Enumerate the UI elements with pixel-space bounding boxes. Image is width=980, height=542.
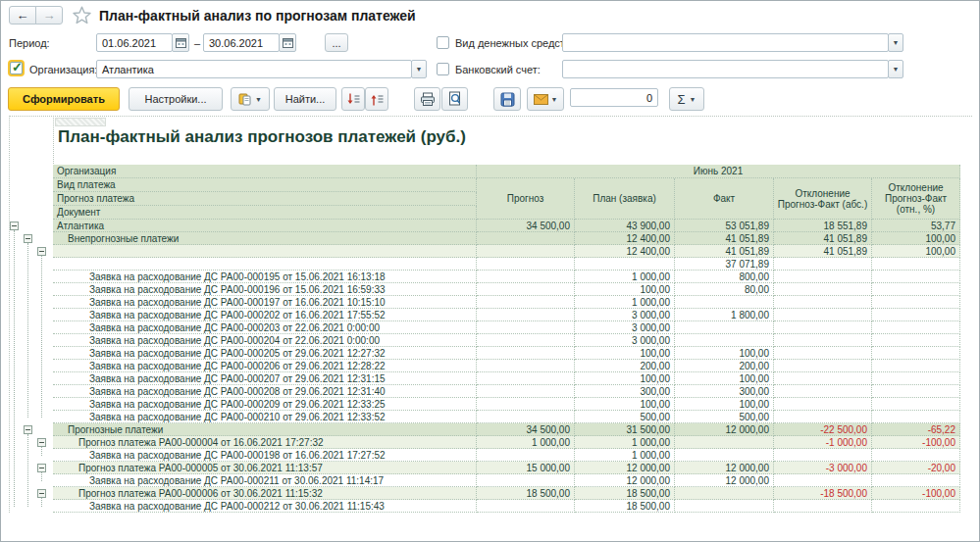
tree-collapse-toggle[interactable] xyxy=(24,234,32,243)
value-cell[interactable] xyxy=(477,347,575,360)
row-label-cell[interactable]: Заявка на расходование ДС РА00-000206 от… xyxy=(53,360,477,372)
value-cell[interactable]: 12 000,00 xyxy=(575,462,675,474)
value-cell[interactable]: -65,22 xyxy=(872,423,960,436)
value-cell[interactable]: 12 400,00 xyxy=(575,245,675,258)
value-cell[interactable] xyxy=(872,449,960,462)
row-label-cell[interactable]: Заявка на расходование ДС РА00-000205 от… xyxy=(53,347,477,360)
value-cell[interactable] xyxy=(774,283,872,296)
value-cell[interactable] xyxy=(774,271,872,283)
value-cell[interactable] xyxy=(477,398,575,411)
value-cell[interactable] xyxy=(675,436,774,449)
tree-collapse-toggle[interactable] xyxy=(37,438,46,447)
value-cell[interactable] xyxy=(477,321,575,334)
header-row-label[interactable]: Прогноз платежа xyxy=(53,192,477,206)
value-cell[interactable] xyxy=(675,449,774,462)
value-cell[interactable]: 100,00 xyxy=(575,398,675,411)
value-cell[interactable] xyxy=(477,334,575,347)
row-label-cell[interactable]: Заявка на расходование ДС РА00-000198 от… xyxy=(53,449,477,462)
value-cell[interactable]: 80,00 xyxy=(675,283,774,296)
row-label-cell[interactable]: Заявка на расходование ДС РА00-000204 от… xyxy=(53,334,477,347)
value-cell[interactable]: 18 500,00 xyxy=(575,500,675,513)
value-cell[interactable]: 34 500,00 xyxy=(477,423,575,436)
value-cell[interactable] xyxy=(774,360,872,372)
value-cell[interactable]: 300,00 xyxy=(575,385,675,398)
value-cell[interactable]: 41 051,89 xyxy=(774,245,872,258)
value-cell[interactable] xyxy=(675,321,774,334)
row-label-cell[interactable]: Заявка на расходование ДС РА00-000195 от… xyxy=(53,271,477,283)
value-cell[interactable] xyxy=(477,411,575,423)
row-label-cell[interactable]: Заявка на расходование ДС РА00-000203 от… xyxy=(53,321,477,334)
value-cell[interactable] xyxy=(675,487,774,500)
value-cell[interactable] xyxy=(774,411,872,423)
value-cell[interactable] xyxy=(774,398,872,411)
value-cell[interactable]: 12 000,00 xyxy=(675,462,774,474)
row-label-cell[interactable]: Заявка на расходование ДС РА00-000209 от… xyxy=(53,398,477,411)
row-label-cell[interactable]: Внепрогнозные платежи xyxy=(53,232,477,245)
value-cell[interactable]: 300,00 xyxy=(675,385,774,398)
value-cell[interactable] xyxy=(774,449,872,462)
value-cell[interactable]: 31 500,00 xyxy=(575,423,675,436)
column-header[interactable]: Факт xyxy=(675,178,774,220)
value-cell[interactable]: 12 000,00 xyxy=(575,474,675,487)
value-cell[interactable]: 200,00 xyxy=(675,360,774,372)
value-cell[interactable]: 100,00 xyxy=(872,245,960,258)
value-cell[interactable] xyxy=(477,500,575,513)
value-cell[interactable] xyxy=(477,449,575,462)
value-cell[interactable] xyxy=(477,258,575,271)
value-cell[interactable]: 18 551,89 xyxy=(774,220,872,232)
tree-collapse-toggle[interactable] xyxy=(10,222,19,230)
row-label-cell[interactable]: Прогноз платежа РА00-000004 от 16.06.202… xyxy=(53,436,477,449)
value-cell[interactable] xyxy=(774,296,872,309)
value-cell[interactable]: 500,00 xyxy=(675,411,774,423)
value-cell[interactable]: 41 051,89 xyxy=(675,245,774,258)
value-cell[interactable] xyxy=(872,296,960,309)
value-cell[interactable] xyxy=(477,283,575,296)
value-cell[interactable]: 500,00 xyxy=(575,411,675,423)
value-cell[interactable]: 18 500,00 xyxy=(477,487,575,500)
value-cell[interactable] xyxy=(774,347,872,360)
value-cell[interactable] xyxy=(477,474,575,487)
value-cell[interactable] xyxy=(774,334,872,347)
row-label-cell[interactable]: Заявка на расходование ДС РА00-000210 от… xyxy=(53,411,477,423)
value-cell[interactable]: 37 071,89 xyxy=(675,258,774,271)
value-cell[interactable] xyxy=(774,474,872,487)
value-cell[interactable]: 3 000,00 xyxy=(575,334,675,347)
value-cell[interactable]: 800,00 xyxy=(675,271,774,283)
row-label-cell[interactable]: Заявка на расходование ДС РА00-000212 от… xyxy=(53,500,477,513)
value-cell[interactable]: 100,00 xyxy=(575,372,675,385)
value-cell[interactable]: 3 000,00 xyxy=(575,309,675,321)
value-cell[interactable]: 1 000,00 xyxy=(575,271,675,283)
value-cell[interactable] xyxy=(774,321,872,334)
value-cell[interactable] xyxy=(575,258,675,271)
value-cell[interactable] xyxy=(477,309,575,321)
value-cell[interactable]: 1 000,00 xyxy=(575,436,675,449)
value-cell[interactable] xyxy=(872,398,960,411)
value-cell[interactable] xyxy=(872,321,960,334)
value-cell[interactable] xyxy=(872,500,960,513)
value-cell[interactable]: 34 500,00 xyxy=(477,220,575,232)
value-cell[interactable]: 12 400,00 xyxy=(575,232,675,245)
value-cell[interactable] xyxy=(872,372,960,385)
tree-collapse-toggle[interactable] xyxy=(24,425,32,434)
header-row-label[interactable]: Документ xyxy=(53,206,477,220)
tree-collapse-toggle[interactable] xyxy=(37,464,46,472)
value-cell[interactable]: 15 000,00 xyxy=(477,462,575,474)
value-cell[interactable]: 3 000,00 xyxy=(575,321,675,334)
value-cell[interactable] xyxy=(872,334,960,347)
value-cell[interactable]: 12 000,00 xyxy=(675,474,774,487)
value-cell[interactable] xyxy=(774,309,872,321)
row-label-cell[interactable] xyxy=(53,245,477,258)
value-cell[interactable] xyxy=(774,372,872,385)
value-cell[interactable]: 43 900,00 xyxy=(575,220,675,232)
value-cell[interactable]: 100,00 xyxy=(872,232,960,245)
row-label-cell[interactable]: Атлантика xyxy=(53,220,477,232)
value-cell[interactable]: 18 500,00 xyxy=(575,487,675,500)
value-cell[interactable]: -22 500,00 xyxy=(774,423,872,436)
value-cell[interactable]: 200,00 xyxy=(575,360,675,372)
value-cell[interactable] xyxy=(477,296,575,309)
value-cell[interactable]: 41 051,89 xyxy=(774,232,872,245)
value-cell[interactable]: -1 000,00 xyxy=(774,436,872,449)
value-cell[interactable] xyxy=(774,385,872,398)
value-cell[interactable] xyxy=(872,474,960,487)
value-cell[interactable] xyxy=(675,500,774,513)
